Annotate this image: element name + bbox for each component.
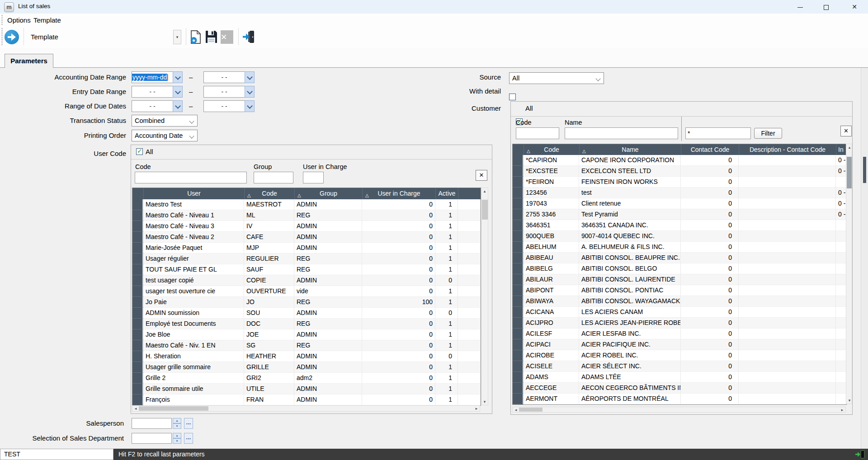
customer-table-row[interactable]: *FEIIRON FEINSTEIN IRON WORKS 0 bbox=[513, 177, 846, 188]
header-code[interactable]: △Code bbox=[244, 188, 294, 199]
user-table-row[interactable]: Usager grille sommaire GRILLE ADMIN 0 1 bbox=[132, 362, 481, 373]
row-selector[interactable] bbox=[513, 263, 524, 274]
user-table-row[interactable]: test usager copié COPIE ADMIN 0 0 bbox=[132, 275, 481, 286]
menu-item-template[interactable]: Template bbox=[31, 15, 64, 25]
row-selector[interactable] bbox=[513, 242, 524, 253]
customer-filter-name-input[interactable] bbox=[565, 127, 678, 139]
header-in[interactable]: In bbox=[836, 144, 846, 155]
scroll-right-icon[interactable]: ▸ bbox=[473, 405, 480, 412]
customer-table-row[interactable]: ADAMS ADAMS LTÉE 0 bbox=[513, 372, 846, 383]
chevron-down-icon[interactable]: ▾ bbox=[173, 30, 181, 44]
with-detail-checkbox[interactable] bbox=[509, 94, 516, 100]
user-table-row[interactable]: Jo Paie JO REG 100 1 bbox=[132, 297, 481, 308]
sales-department-spinner[interactable]: ▴ ▾ bbox=[173, 433, 181, 444]
cancel-button[interactable]: ✕ bbox=[221, 30, 233, 44]
header-code[interactable]: △Code bbox=[524, 144, 579, 155]
sales-department-input[interactable] bbox=[132, 433, 172, 444]
header-user-in-charge[interactable]: △User in Charge bbox=[362, 188, 435, 199]
row-selector[interactable] bbox=[513, 253, 524, 263]
customer-table-row[interactable]: 197043 Client retenue 0 0 - bbox=[513, 198, 846, 209]
entry-date-from-dropdown[interactable] bbox=[173, 86, 183, 98]
row-selector[interactable] bbox=[513, 177, 524, 188]
customer-table-row[interactable]: 3646351 3646351 CANADA INC. 0 bbox=[513, 220, 846, 231]
due-date-from-dropdown[interactable] bbox=[173, 100, 183, 112]
row-selector[interactable] bbox=[513, 155, 524, 166]
row-selector[interactable] bbox=[513, 361, 524, 372]
user-filter-code-input[interactable] bbox=[135, 172, 247, 183]
row-selector[interactable] bbox=[513, 296, 524, 307]
user-table-row[interactable]: ADMIN soumission SOU ADMIN 0 0 bbox=[132, 308, 481, 319]
save-button[interactable] bbox=[204, 30, 218, 44]
customer-table-row[interactable]: ABIPONT ABITIBI CONSOL. PONTIAC 0 bbox=[513, 285, 846, 296]
scroll-left-icon[interactable]: ◂ bbox=[513, 407, 519, 413]
due-date-to-input[interactable]: - - bbox=[203, 100, 245, 112]
user-table-row[interactable]: Maestro Café - Niv. 1 EN SG REG 0 1 bbox=[132, 340, 481, 351]
customer-table-row[interactable]: ACISELE ACIER SÉLECT INC. 0 bbox=[513, 361, 846, 372]
scroll-thumb[interactable] bbox=[519, 408, 542, 412]
row-selector[interactable] bbox=[132, 373, 143, 384]
row-selector[interactable] bbox=[132, 329, 143, 340]
row-selector[interactable] bbox=[513, 318, 524, 329]
accounting-date-from-dropdown[interactable] bbox=[173, 71, 183, 83]
salesperson-input[interactable] bbox=[132, 418, 172, 429]
row-selector[interactable] bbox=[132, 308, 143, 319]
due-date-from-input[interactable]: - - bbox=[132, 100, 173, 112]
row-selector[interactable] bbox=[513, 285, 524, 296]
row-selector[interactable] bbox=[132, 394, 143, 405]
scroll-up-icon[interactable]: ▴ bbox=[481, 188, 488, 194]
user-table-row[interactable]: Marie-Josée Paquet MJP ADMIN 0 1 bbox=[132, 243, 481, 253]
row-selector[interactable] bbox=[513, 307, 524, 318]
user-table-hscrollbar[interactable]: ◂ ▸ bbox=[132, 405, 480, 412]
row-selector[interactable] bbox=[132, 275, 143, 286]
user-table-row[interactable]: Usager régulier REGULIER REG 0 1 bbox=[132, 253, 481, 264]
user-table-row[interactable]: Grille sommaire utile UTILE ADMIN 0 1 bbox=[132, 384, 481, 394]
row-selector[interactable] bbox=[513, 198, 524, 209]
minimize-button[interactable] bbox=[790, 0, 811, 14]
spin-up-icon[interactable]: ▴ bbox=[173, 433, 181, 438]
spin-down-icon[interactable]: ▾ bbox=[173, 438, 181, 444]
accounting-date-from-input[interactable]: yyyy-mm-dd bbox=[132, 71, 173, 83]
customer-table-row[interactable]: ABIBEAU ABITIBI CONSOL. BEAUPRE INC. 0 bbox=[513, 253, 846, 263]
accounting-date-to-input[interactable]: - - bbox=[203, 71, 245, 83]
printing-order-combobox[interactable]: Accounting Date bbox=[132, 130, 198, 141]
customer-table-row[interactable]: 900QUEB 9007-4014 QUEBEC INC. 0 bbox=[513, 231, 846, 242]
user-table-row[interactable]: Maestro Café - Niveau 3 IV ADMIN 0 1 bbox=[132, 221, 481, 232]
row-selector[interactable] bbox=[513, 274, 524, 285]
user-filter-user-in-charge-input[interactable] bbox=[303, 172, 324, 183]
scroll-right-icon[interactable]: ▸ bbox=[839, 407, 845, 413]
customer-filter-code-input[interactable] bbox=[516, 127, 559, 139]
user-table-row[interactable]: TOUT SAUF PAIE ET GL SAUF REG 0 1 bbox=[132, 264, 481, 275]
customer-table-row[interactable]: *EXCSTEE EXCELCON STEEL LTD 0 0 - bbox=[513, 166, 846, 177]
row-selector[interactable] bbox=[132, 243, 143, 253]
customer-table-row[interactable]: ABIBELG ABITIBI CONSOL. BELGO 0 bbox=[513, 263, 846, 274]
maximize-button[interactable] bbox=[816, 0, 836, 14]
sales-department-lookup-button[interactable]: ... bbox=[184, 433, 193, 444]
customer-table-hscrollbar[interactable]: ◂ ▸ bbox=[512, 407, 846, 413]
accounting-date-to-dropdown[interactable] bbox=[245, 71, 255, 83]
customer-table-row[interactable]: ACIPACI ACIER PACIFIQUE INC. 0 bbox=[513, 339, 846, 350]
window-vscrollbar[interactable] bbox=[861, 67, 868, 449]
user-filter-close-button[interactable]: ✕ bbox=[476, 170, 487, 181]
header-group[interactable]: △Group bbox=[294, 188, 362, 199]
filter-button[interactable]: Filter bbox=[754, 128, 782, 139]
scroll-down-icon[interactable]: ▾ bbox=[846, 397, 853, 404]
row-selector[interactable] bbox=[513, 350, 524, 361]
row-selector[interactable] bbox=[513, 231, 524, 242]
header-description-contact-code[interactable]: Description - Contact Code bbox=[739, 144, 836, 155]
header-name[interactable]: △Name bbox=[579, 144, 681, 155]
row-selector[interactable] bbox=[513, 188, 524, 198]
customer-table-row[interactable]: ABIWAYA ABITIBI CONSOL. WAYAGAMACK 0 bbox=[513, 296, 846, 307]
row-selector[interactable] bbox=[132, 232, 143, 243]
row-selector[interactable] bbox=[132, 384, 143, 394]
row-selector[interactable] bbox=[132, 340, 143, 351]
row-selector[interactable] bbox=[132, 319, 143, 329]
scroll-up-icon[interactable]: ▴ bbox=[846, 144, 853, 150]
customer-table-row[interactable]: 123456 test 0 0 - bbox=[513, 188, 846, 198]
user-table-vscrollbar[interactable]: ▴ ▾ bbox=[481, 188, 488, 405]
user-table-row[interactable]: Maestro Test MAESTROT ADMIN 0 1 bbox=[132, 199, 481, 210]
customer-table-vscrollbar[interactable]: ▴ ▾ bbox=[846, 144, 852, 404]
customer-table-row[interactable]: AECCEGE AECON CEGERCO BÂTIMENTS INC. 0 bbox=[513, 383, 846, 394]
customer-table-row[interactable]: ABILAUR ABITIBI CONSOL. LAURENTIDE 0 bbox=[513, 274, 846, 285]
row-selector[interactable] bbox=[132, 210, 143, 221]
row-selector[interactable] bbox=[513, 339, 524, 350]
